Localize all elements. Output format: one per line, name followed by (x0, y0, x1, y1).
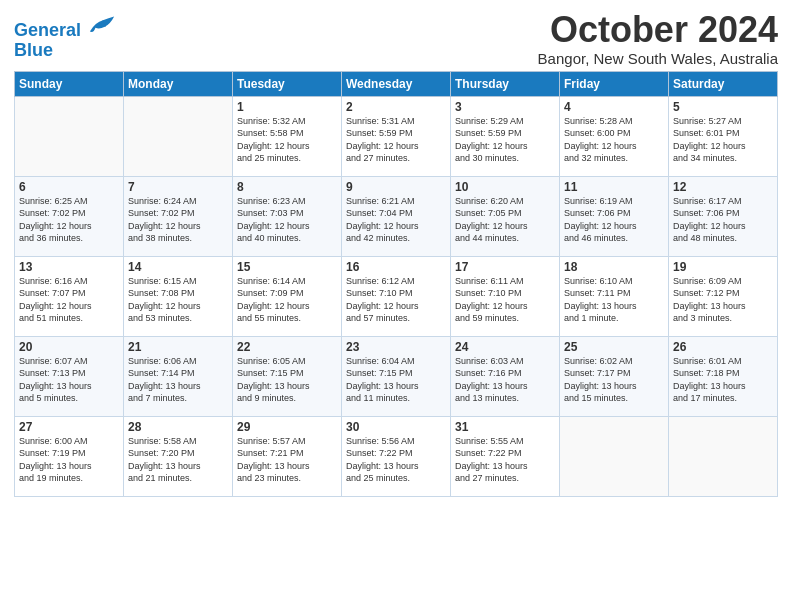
table-row: 16Sunrise: 6:12 AMSunset: 7:10 PMDayligh… (342, 256, 451, 336)
day-number: 28 (128, 420, 228, 434)
table-row (560, 416, 669, 496)
day-number: 1 (237, 100, 337, 114)
day-info: Sunrise: 6:05 AMSunset: 7:15 PMDaylight:… (237, 355, 337, 405)
table-row: 21Sunrise: 6:06 AMSunset: 7:14 PMDayligh… (124, 336, 233, 416)
table-row: 9Sunrise: 6:21 AMSunset: 7:04 PMDaylight… (342, 176, 451, 256)
day-info: Sunrise: 5:58 AMSunset: 7:20 PMDaylight:… (128, 435, 228, 485)
day-number: 16 (346, 260, 446, 274)
day-info: Sunrise: 6:21 AMSunset: 7:04 PMDaylight:… (346, 195, 446, 245)
table-row: 22Sunrise: 6:05 AMSunset: 7:15 PMDayligh… (233, 336, 342, 416)
day-info: Sunrise: 6:06 AMSunset: 7:14 PMDaylight:… (128, 355, 228, 405)
day-info: Sunrise: 6:14 AMSunset: 7:09 PMDaylight:… (237, 275, 337, 325)
day-info: Sunrise: 6:24 AMSunset: 7:02 PMDaylight:… (128, 195, 228, 245)
day-info: Sunrise: 5:27 AMSunset: 6:01 PMDaylight:… (673, 115, 773, 165)
day-number: 6 (19, 180, 119, 194)
calendar-week-row: 27Sunrise: 6:00 AMSunset: 7:19 PMDayligh… (15, 416, 778, 496)
day-number: 30 (346, 420, 446, 434)
day-number: 5 (673, 100, 773, 114)
col-wednesday: Wednesday (342, 71, 451, 96)
day-number: 18 (564, 260, 664, 274)
day-number: 8 (237, 180, 337, 194)
day-number: 24 (455, 340, 555, 354)
day-info: Sunrise: 6:25 AMSunset: 7:02 PMDaylight:… (19, 195, 119, 245)
table-row: 30Sunrise: 5:56 AMSunset: 7:22 PMDayligh… (342, 416, 451, 496)
table-row: 28Sunrise: 5:58 AMSunset: 7:20 PMDayligh… (124, 416, 233, 496)
table-row: 18Sunrise: 6:10 AMSunset: 7:11 PMDayligh… (560, 256, 669, 336)
table-row: 25Sunrise: 6:02 AMSunset: 7:17 PMDayligh… (560, 336, 669, 416)
title-block: October 2024 Bangor, New South Wales, Au… (538, 10, 778, 67)
table-row: 7Sunrise: 6:24 AMSunset: 7:02 PMDaylight… (124, 176, 233, 256)
calendar: Sunday Monday Tuesday Wednesday Thursday… (14, 71, 778, 497)
logo-text2: Blue (14, 41, 116, 61)
logo: General Blue (14, 14, 116, 61)
logo-bird-icon (88, 14, 116, 36)
day-info: Sunrise: 6:11 AMSunset: 7:10 PMDaylight:… (455, 275, 555, 325)
table-row: 13Sunrise: 6:16 AMSunset: 7:07 PMDayligh… (15, 256, 124, 336)
day-info: Sunrise: 6:03 AMSunset: 7:16 PMDaylight:… (455, 355, 555, 405)
day-number: 3 (455, 100, 555, 114)
day-number: 12 (673, 180, 773, 194)
calendar-week-row: 20Sunrise: 6:07 AMSunset: 7:13 PMDayligh… (15, 336, 778, 416)
calendar-week-row: 13Sunrise: 6:16 AMSunset: 7:07 PMDayligh… (15, 256, 778, 336)
col-tuesday: Tuesday (233, 71, 342, 96)
day-number: 19 (673, 260, 773, 274)
table-row: 15Sunrise: 6:14 AMSunset: 7:09 PMDayligh… (233, 256, 342, 336)
logo-text: General (14, 14, 116, 41)
day-info: Sunrise: 6:00 AMSunset: 7:19 PMDaylight:… (19, 435, 119, 485)
day-info: Sunrise: 6:12 AMSunset: 7:10 PMDaylight:… (346, 275, 446, 325)
table-row: 17Sunrise: 6:11 AMSunset: 7:10 PMDayligh… (451, 256, 560, 336)
day-info: Sunrise: 6:04 AMSunset: 7:15 PMDaylight:… (346, 355, 446, 405)
day-number: 29 (237, 420, 337, 434)
calendar-header-row: Sunday Monday Tuesday Wednesday Thursday… (15, 71, 778, 96)
day-number: 4 (564, 100, 664, 114)
table-row (124, 96, 233, 176)
table-row: 1Sunrise: 5:32 AMSunset: 5:58 PMDaylight… (233, 96, 342, 176)
page: General Blue October 2024 Bangor, New So… (0, 0, 792, 505)
table-row: 11Sunrise: 6:19 AMSunset: 7:06 PMDayligh… (560, 176, 669, 256)
table-row (669, 416, 778, 496)
col-monday: Monday (124, 71, 233, 96)
table-row: 2Sunrise: 5:31 AMSunset: 5:59 PMDaylight… (342, 96, 451, 176)
day-info: Sunrise: 6:16 AMSunset: 7:07 PMDaylight:… (19, 275, 119, 325)
day-info: Sunrise: 5:32 AMSunset: 5:58 PMDaylight:… (237, 115, 337, 165)
day-info: Sunrise: 5:57 AMSunset: 7:21 PMDaylight:… (237, 435, 337, 485)
table-row: 27Sunrise: 6:00 AMSunset: 7:19 PMDayligh… (15, 416, 124, 496)
day-info: Sunrise: 5:31 AMSunset: 5:59 PMDaylight:… (346, 115, 446, 165)
table-row: 31Sunrise: 5:55 AMSunset: 7:22 PMDayligh… (451, 416, 560, 496)
day-info: Sunrise: 5:56 AMSunset: 7:22 PMDaylight:… (346, 435, 446, 485)
day-info: Sunrise: 5:29 AMSunset: 5:59 PMDaylight:… (455, 115, 555, 165)
col-sunday: Sunday (15, 71, 124, 96)
day-number: 20 (19, 340, 119, 354)
subtitle: Bangor, New South Wales, Australia (538, 50, 778, 67)
day-number: 14 (128, 260, 228, 274)
day-number: 21 (128, 340, 228, 354)
day-number: 2 (346, 100, 446, 114)
day-number: 31 (455, 420, 555, 434)
day-info: Sunrise: 6:15 AMSunset: 7:08 PMDaylight:… (128, 275, 228, 325)
table-row: 8Sunrise: 6:23 AMSunset: 7:03 PMDaylight… (233, 176, 342, 256)
day-info: Sunrise: 6:07 AMSunset: 7:13 PMDaylight:… (19, 355, 119, 405)
table-row (15, 96, 124, 176)
table-row: 29Sunrise: 5:57 AMSunset: 7:21 PMDayligh… (233, 416, 342, 496)
day-info: Sunrise: 6:02 AMSunset: 7:17 PMDaylight:… (564, 355, 664, 405)
day-number: 10 (455, 180, 555, 194)
day-number: 15 (237, 260, 337, 274)
header: General Blue October 2024 Bangor, New So… (14, 10, 778, 67)
day-info: Sunrise: 6:20 AMSunset: 7:05 PMDaylight:… (455, 195, 555, 245)
table-row: 12Sunrise: 6:17 AMSunset: 7:06 PMDayligh… (669, 176, 778, 256)
day-info: Sunrise: 6:23 AMSunset: 7:03 PMDaylight:… (237, 195, 337, 245)
table-row: 19Sunrise: 6:09 AMSunset: 7:12 PMDayligh… (669, 256, 778, 336)
table-row: 10Sunrise: 6:20 AMSunset: 7:05 PMDayligh… (451, 176, 560, 256)
day-number: 25 (564, 340, 664, 354)
table-row: 3Sunrise: 5:29 AMSunset: 5:59 PMDaylight… (451, 96, 560, 176)
day-number: 9 (346, 180, 446, 194)
col-thursday: Thursday (451, 71, 560, 96)
table-row: 6Sunrise: 6:25 AMSunset: 7:02 PMDaylight… (15, 176, 124, 256)
day-number: 22 (237, 340, 337, 354)
table-row: 23Sunrise: 6:04 AMSunset: 7:15 PMDayligh… (342, 336, 451, 416)
day-info: Sunrise: 6:09 AMSunset: 7:12 PMDaylight:… (673, 275, 773, 325)
day-number: 11 (564, 180, 664, 194)
month-title: October 2024 (538, 10, 778, 50)
day-info: Sunrise: 5:28 AMSunset: 6:00 PMDaylight:… (564, 115, 664, 165)
day-number: 17 (455, 260, 555, 274)
